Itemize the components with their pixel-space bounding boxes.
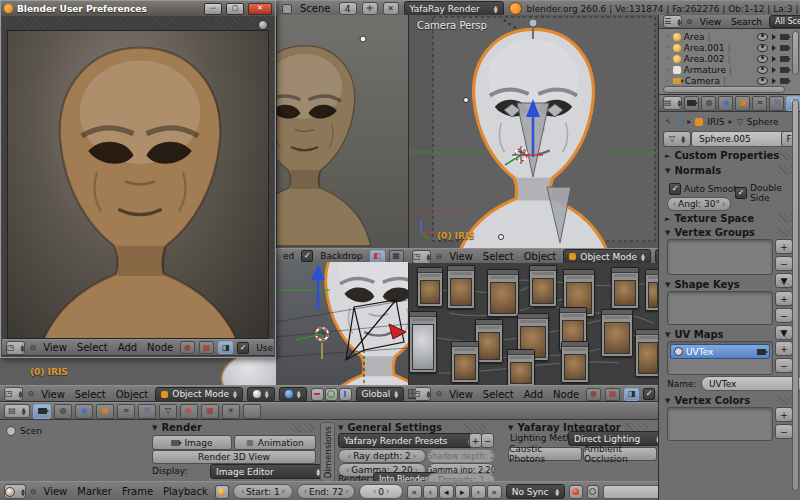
- uv-maps-panel[interactable]: ▼UV Maps: [665, 329, 724, 340]
- frame-start-field[interactable]: ‹Start: 1›: [233, 484, 293, 499]
- shapekey-remove-button[interactable]: −: [775, 308, 793, 323]
- menu-search[interactable]: Search: [728, 17, 765, 27]
- selectable-icon[interactable]: [772, 78, 776, 84]
- texture-tab-icon[interactable]: ▦: [201, 404, 219, 419]
- mode-select[interactable]: Object Mode▲▼: [155, 387, 243, 402]
- editor-type-select[interactable]: ▤▲▼: [663, 96, 682, 110]
- shape-keys-list[interactable]: [667, 291, 773, 325]
- outliner-item-label[interactable]: Camera: [685, 76, 720, 86]
- texture-node[interactable]: [611, 267, 639, 309]
- ray-depth-slider[interactable]: ‹Ray depth: 2›: [338, 449, 426, 463]
- visibility-icon[interactable]: [757, 44, 768, 52]
- texture-nodes-icon[interactable]: ▦: [199, 341, 214, 354]
- menu-select[interactable]: Select: [74, 342, 111, 353]
- texture-node[interactable]: [447, 265, 475, 309]
- modifiers-tab-icon[interactable]: ⚒: [769, 96, 784, 111]
- texture-nodes-icon[interactable]: ▦: [605, 388, 620, 401]
- menu-view[interactable]: View: [38, 389, 68, 400]
- left-node-editor[interactable]: [276, 262, 408, 385]
- expand-icon[interactable]: ◦: [665, 66, 670, 74]
- render-window[interactable]: Blender User Preferences — ▢ ✕ ◳▲▼ ⊖ Vie…: [0, 0, 276, 358]
- compositing-nodes-icon[interactable]: ◨: [218, 341, 233, 354]
- menu-select[interactable]: Select: [480, 389, 517, 400]
- menu-node[interactable]: Node: [144, 342, 176, 353]
- texture-node[interactable]: [451, 341, 479, 383]
- secondary-3d-viewport[interactable]: [276, 15, 409, 248]
- render-panel-header[interactable]: ▼Render: [152, 422, 202, 433]
- texture-node[interactable]: [475, 319, 503, 363]
- custom-properties-panel[interactable]: ►Custom Properties: [665, 150, 779, 161]
- expand-icon[interactable]: ◦: [665, 33, 670, 41]
- texture-space-panel[interactable]: ►Texture Space: [665, 213, 754, 224]
- menu-add[interactable]: Add: [115, 342, 140, 353]
- visibility-icon[interactable]: [757, 77, 768, 85]
- ambient-occlusion-button[interactable]: Ambient Occlusion: [583, 447, 657, 461]
- material-nodes-icon[interactable]: ●: [180, 341, 195, 354]
- render-uv-icon[interactable]: [757, 349, 766, 355]
- use-nodes-checkbox[interactable]: ✓: [237, 342, 249, 354]
- region-toggle-icon[interactable]: [258, 20, 268, 30]
- delete-screen-button[interactable]: ✕: [383, 2, 399, 15]
- next-keyframe-button[interactable]: ›: [471, 485, 486, 499]
- caustic-photons-button[interactable]: Caustic Photons: [508, 447, 582, 461]
- collapse-menus-icon[interactable]: ⊖: [686, 18, 693, 26]
- texture-node[interactable]: [645, 269, 659, 311]
- alpha-channel-icon[interactable]: ▦: [389, 250, 404, 263]
- auto-smooth-option[interactable]: ✓Auto Smoot: [669, 183, 737, 195]
- pivot-select[interactable]: ▲▼: [279, 387, 307, 402]
- selectable-icon[interactable]: [772, 34, 776, 40]
- modifiers-tab-icon[interactable]: ⚒: [138, 404, 156, 419]
- selectable-icon[interactable]: [772, 67, 776, 73]
- double-sided-option[interactable]: ✓Double Side: [735, 183, 800, 203]
- menu-object[interactable]: Object: [521, 251, 560, 262]
- dimensions-collapsed-panel[interactable]: Dimensions: [320, 422, 335, 482]
- editor-type-select[interactable]: ◳▲▼: [412, 250, 431, 264]
- play-reverse-button[interactable]: ◂: [439, 485, 454, 499]
- menu-object[interactable]: Object: [113, 389, 152, 400]
- texture-node[interactable]: [529, 265, 557, 307]
- close-button[interactable]: ✕: [248, 3, 272, 15]
- particles-tab-icon[interactable]: ✳: [222, 404, 240, 419]
- shape-keys-panel[interactable]: ▼Shape Keys: [665, 279, 740, 290]
- visibility-icon[interactable]: [757, 33, 768, 41]
- render-tab-icon[interactable]: [33, 404, 51, 419]
- visibility-icon[interactable]: [757, 66, 768, 74]
- vertex-groups-panel[interactable]: ▼Vertex Groups: [665, 227, 755, 238]
- breadcrumb-object[interactable]: IRIS: [707, 117, 724, 127]
- maximize-button[interactable]: ▢: [226, 3, 244, 15]
- texture-node[interactable]: [601, 309, 633, 357]
- keying-set-field[interactable]: [603, 485, 662, 499]
- expand-icon[interactable]: ◦: [665, 77, 670, 85]
- shadow-depth-slider[interactable]: ‹Shadow depth: 2›: [427, 449, 495, 463]
- preview-range-toggle[interactable]: [215, 485, 229, 499]
- main-3d-viewport[interactable]: Camera Persp (0) IRIS: [408, 15, 659, 248]
- frame-end-field[interactable]: ‹End: 72›: [297, 484, 356, 499]
- vcolor-add-button[interactable]: +: [775, 407, 793, 422]
- texture-node[interactable]: [635, 329, 659, 377]
- vertex-colors-list[interactable]: [667, 407, 773, 441]
- vertex-colors-panel[interactable]: ▼Vertex Colors: [665, 395, 750, 406]
- yafaray-presets-select[interactable]: Yafaray Render Presets▲▼: [338, 433, 478, 448]
- outliner-item-label[interactable]: Armature: [684, 65, 726, 75]
- normals-panel[interactable]: ▼Normals: [665, 165, 721, 176]
- collapse-menus-icon[interactable]: ⊖: [30, 488, 37, 496]
- render-engine-select[interactable]: YafaRay Render▲▼: [404, 1, 504, 16]
- render-animation-button[interactable]: ▦Animation: [234, 435, 316, 450]
- editor-type-select[interactable]: ▤▲▼: [4, 404, 30, 418]
- selectable-icon[interactable]: [772, 56, 776, 62]
- object-data-tab-icon[interactable]: ▽: [159, 404, 177, 419]
- minimize-button[interactable]: —: [204, 3, 222, 15]
- render-tab-icon[interactable]: [684, 96, 699, 111]
- display-select[interactable]: Image Editor▲▼: [210, 464, 326, 479]
- add-screen-button[interactable]: ✛: [362, 2, 378, 15]
- menu-view[interactable]: View: [41, 486, 71, 497]
- world-tab-icon[interactable]: ◉: [75, 404, 93, 419]
- pin-icon[interactable]: ➴: [665, 118, 672, 126]
- object-tab-icon[interactable]: ▣: [96, 404, 114, 419]
- jump-to-end-button[interactable]: »: [487, 485, 502, 499]
- world-tab-icon[interactable]: ◉: [718, 96, 733, 111]
- outliner-item-label[interactable]: Area.001: [684, 43, 725, 53]
- image-editor-area[interactable]: [2, 16, 274, 341]
- mesh-browse-button[interactable]: ▽▲▼: [663, 131, 691, 147]
- compositing-nodes-icon[interactable]: ◨: [624, 388, 639, 401]
